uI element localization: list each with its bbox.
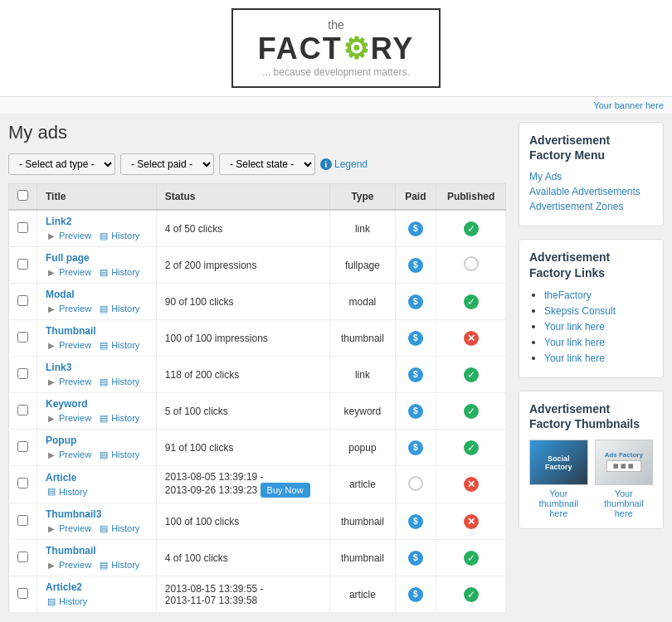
ad-name-link[interactable]: Popup	[46, 435, 148, 446]
history-link[interactable]: ▤ History	[98, 339, 139, 351]
type-cell: thumbnail	[330, 320, 395, 357]
ad-name-link[interactable]: Thumbnail3	[46, 508, 148, 520]
published-cell: ✓	[436, 430, 506, 466]
history-link[interactable]: ▤ History	[98, 230, 139, 241]
published-cell: ✓	[436, 576, 506, 613]
legend-button[interactable]: i Legend	[320, 158, 368, 170]
sidebar-item-ad-zones[interactable]: Advertisement Zones	[529, 201, 653, 212]
preview-link[interactable]: Preview	[46, 339, 91, 351]
history-link[interactable]: ▤ History	[46, 486, 87, 498]
sidebar-link-2[interactable]: Skepsis Consult	[544, 305, 616, 317]
status-cell: 2013-08-05 13:39:19 -2013-09-26 13:39:23…	[156, 466, 330, 503]
preview-link[interactable]: Preview	[46, 266, 91, 278]
sidebar-item-available-ads[interactable]: Available Advertisements	[529, 186, 653, 197]
history-link[interactable]: ▤ History	[98, 449, 139, 460]
your-banner-link[interactable]: Your banner here	[0, 97, 672, 114]
status-cell: 2 of 200 impressions	[156, 247, 330, 284]
ads-factory-thumb: Ads Factory ▦ ▦ ▦	[595, 440, 654, 485]
sidebar-menu-title: Advertisement Factory Menu	[529, 133, 653, 163]
type-cell: thumbnail	[330, 540, 395, 576]
thumbnail-grid: SocialFactory Yourthumbnail here Ads Fac…	[529, 440, 653, 518]
thumb-ads[interactable]: Ads Factory ▦ ▦ ▦ Yourthumbnail here	[595, 440, 654, 518]
type-cell: article	[330, 466, 395, 503]
row-checkbox-10[interactable]	[17, 588, 28, 599]
preview-icon	[46, 412, 57, 424]
history-link[interactable]: ▤ History	[98, 303, 139, 314]
row-checkbox-2[interactable]	[17, 295, 28, 306]
history-link[interactable]: ▤ History	[98, 266, 139, 278]
sidebar-link-1[interactable]: theFactory	[544, 289, 592, 301]
type-cell: thumbnail	[330, 503, 395, 540]
status-cell: 91 of 100 clicks	[156, 430, 330, 466]
ad-name-link[interactable]: Modal	[46, 289, 148, 300]
sidebar-thumbnails-title: Advertisement Factory Thumbnails	[529, 401, 653, 431]
paid-coin-icon: $	[408, 440, 423, 455]
row-checkbox-7[interactable]	[17, 478, 28, 488]
published-check-icon: ✓	[464, 404, 479, 419]
paid-cell: $	[395, 210, 436, 247]
row-checkbox-8[interactable]	[17, 515, 28, 526]
status-cell: 100 of 100 impressions	[156, 320, 330, 357]
table-row: Modal Preview▤ History90 of 100 clicksmo…	[9, 284, 506, 320]
status-cell: 90 of 100 clicks	[156, 284, 330, 320]
row-checkbox-6[interactable]	[17, 441, 28, 452]
row-checkbox-0[interactable]	[17, 222, 28, 233]
logo-container: the FACT⚙RY ... because development matt…	[231, 8, 441, 88]
history-link[interactable]: ▤ History	[98, 412, 139, 424]
preview-link[interactable]: Preview	[46, 559, 91, 571]
history-icon: ▤	[98, 376, 110, 387]
table-row: Thumbnail Preview▤ History100 of 100 imp…	[9, 320, 506, 357]
select-all-checkbox[interactable]	[17, 190, 28, 201]
buy-now-button[interactable]: Buy Now	[261, 483, 310, 498]
history-icon: ▤	[46, 486, 57, 498]
sidebar-link-4[interactable]: Your link here	[544, 337, 605, 348]
sidebar-link-3[interactable]: Your link here	[544, 321, 605, 333]
ad-name-link[interactable]: Link3	[46, 362, 148, 373]
published-cell: ✓	[436, 357, 506, 393]
ad-name-link[interactable]: Thumbnail	[46, 545, 148, 556]
published-check-icon: ✓	[464, 440, 479, 455]
preview-link[interactable]: Preview	[46, 376, 91, 387]
sidebar-links-box: Advertisement Factory Links theFactory S…	[519, 239, 664, 377]
select-ad-type[interactable]: - Select ad type -	[8, 153, 115, 175]
type-cell: fullpage	[330, 247, 395, 284]
ad-name-link[interactable]: Link2	[46, 216, 148, 227]
row-checkbox-9[interactable]	[17, 552, 28, 562]
paid-cell: $	[395, 357, 436, 393]
paid-cell: $	[395, 320, 436, 357]
social-thumb-label: Yourthumbnail here	[529, 488, 588, 518]
ad-name-link[interactable]: Thumbnail	[46, 325, 148, 337]
preview-link[interactable]: Preview	[46, 303, 91, 314]
paid-cell: $	[395, 393, 436, 430]
ad-name-link[interactable]: Keyword	[46, 398, 148, 410]
ad-name-link[interactable]: Full page	[46, 252, 148, 264]
history-link[interactable]: ▤ History	[98, 376, 139, 387]
sidebar-link-5[interactable]: Your link here	[544, 352, 605, 364]
select-state[interactable]: - Select state -	[219, 153, 315, 175]
row-checkbox-4[interactable]	[17, 368, 28, 379]
sidebar-links-title: Advertisement Factory Links	[529, 250, 653, 279]
preview-link[interactable]: Preview	[46, 449, 91, 460]
preview-icon	[46, 303, 57, 314]
row-checkbox-1[interactable]	[17, 259, 28, 270]
social-factory-thumb: SocialFactory	[529, 440, 588, 485]
sidebar-item-my-ads[interactable]: My Ads	[529, 171, 653, 182]
table-row: Link2 Preview▤ History4 of 50 clickslink…	[9, 210, 506, 247]
ad-name-link[interactable]: Article	[46, 472, 148, 484]
row-checkbox-5[interactable]	[17, 405, 28, 415]
preview-link[interactable]: Preview	[46, 230, 91, 241]
ad-name-link[interactable]: Article2	[46, 581, 148, 593]
table-row: Thumbnail Preview▤ History4 of 100 click…	[9, 540, 506, 576]
status-cell: 5 of 100 clicks	[156, 393, 330, 430]
status-cell: 4 of 100 clicks	[156, 540, 330, 576]
select-paid[interactable]: - Select paid -	[120, 153, 214, 175]
thumb-social[interactable]: SocialFactory Yourthumbnail here	[529, 440, 588, 518]
history-link[interactable]: ▤ History	[46, 595, 87, 607]
published-x-icon: ✕	[464, 331, 479, 346]
history-link[interactable]: ▤ History	[98, 559, 139, 571]
history-link[interactable]: ▤ History	[98, 522, 139, 534]
preview-link[interactable]: Preview	[46, 522, 91, 534]
preview-link[interactable]: Preview	[46, 412, 91, 424]
published-cell	[436, 247, 506, 284]
row-checkbox-3[interactable]	[17, 332, 28, 343]
